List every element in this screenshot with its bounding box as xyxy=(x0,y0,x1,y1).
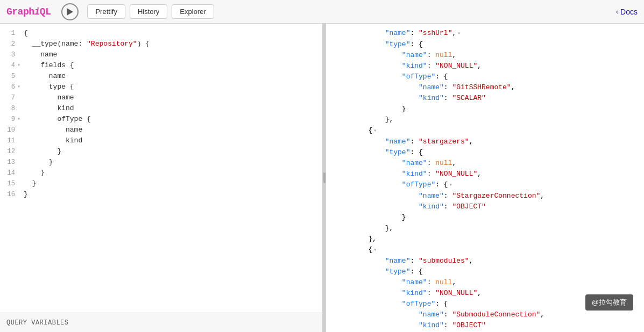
editor-line: 15 } xyxy=(0,178,322,189)
result-fold-icon[interactable]: ▾ xyxy=(373,247,377,253)
line-number: 16 xyxy=(0,189,22,200)
result-line: "name": "stargazers", xyxy=(330,136,644,147)
result-token: "NON_NULL" xyxy=(435,289,477,297)
line-content: } xyxy=(22,157,322,168)
result-token: : xyxy=(444,83,452,91)
result-token: : xyxy=(427,278,436,286)
line-number: 9▾ xyxy=(0,114,22,125)
line-number: 6▾ xyxy=(0,82,22,92)
result-token: "kind" xyxy=(419,321,444,329)
result-token: "sshUrl" xyxy=(419,29,452,37)
indent-space xyxy=(335,311,419,319)
code-token: } xyxy=(24,169,45,177)
line-content: } xyxy=(22,189,322,200)
query-editor[interactable]: 1{2 __type(name: "Repository") {3 name4▾… xyxy=(0,24,322,313)
result-token: "StargazerConnection" xyxy=(452,192,540,200)
code-token: { xyxy=(24,29,28,37)
code-token: fields { xyxy=(24,61,74,69)
result-fold-icon[interactable]: ▾ xyxy=(373,128,377,134)
result-token: , xyxy=(540,311,544,319)
result-fold-icon[interactable]: ▾ xyxy=(457,31,461,37)
line-content: name xyxy=(22,92,322,103)
result-token: , xyxy=(452,278,456,286)
indent-space xyxy=(335,159,402,167)
result-line: {▾ xyxy=(330,244,644,256)
fold-arrow-icon[interactable]: ▾ xyxy=(17,60,20,71)
svg-marker-0 xyxy=(67,8,73,16)
result-line: "kind": "NON_NULL", xyxy=(330,61,644,71)
result-token: "NON_NULL" xyxy=(435,62,477,70)
prettify-button[interactable]: Prettify xyxy=(87,4,125,19)
code-token: "Repository" xyxy=(87,40,137,48)
result-token: , xyxy=(452,29,456,37)
indent-space xyxy=(335,170,402,178)
result-line: "name": null, xyxy=(330,158,644,169)
line-number: 11 xyxy=(0,135,22,146)
result-line: "name": "GitSSHRemote", xyxy=(330,82,644,93)
result-token: "NON_NULL" xyxy=(435,170,477,178)
result-line: }, xyxy=(330,234,644,244)
result-token: "name" xyxy=(385,29,411,37)
line-content: { xyxy=(22,28,322,39)
code-token: name xyxy=(24,72,66,80)
editor-line: 13 } xyxy=(0,157,322,168)
result-token: : { xyxy=(410,268,422,276)
result-line: "name": "submodules", xyxy=(330,256,644,266)
result-token: "kind" xyxy=(419,203,444,211)
indent-space xyxy=(335,29,385,37)
docs-button[interactable]: ‹ Docs xyxy=(616,8,638,16)
result-token: "stargazers" xyxy=(419,138,469,146)
line-content: kind xyxy=(22,135,322,146)
result-token: : xyxy=(427,159,436,167)
editor-line: 5 name xyxy=(0,71,322,82)
explorer-button[interactable]: Explorer xyxy=(172,4,214,19)
result-line: "type": { xyxy=(330,39,644,50)
code-token: name xyxy=(24,93,74,102)
result-token: : xyxy=(427,62,436,70)
result-token: "name" xyxy=(402,278,427,286)
editor-line: 6▾ type { xyxy=(0,82,322,92)
fold-arrow-icon[interactable]: ▾ xyxy=(17,82,20,92)
result-viewer[interactable]: "name": "sshUrl",▾ "type": { "name": nul… xyxy=(326,24,644,332)
result-token: "GitSSHRemote" xyxy=(452,83,511,91)
history-button[interactable]: History xyxy=(130,4,167,19)
result-token: null xyxy=(435,51,452,59)
line-number: 13 xyxy=(0,157,22,168)
result-token: "OBJECT" xyxy=(452,321,485,329)
result-token: "kind" xyxy=(419,94,444,102)
result-token: null xyxy=(435,159,452,167)
result-token: } xyxy=(402,213,406,221)
line-content: ofType { xyxy=(22,114,322,125)
query-variables-bar[interactable]: QUERY VARIABLES xyxy=(0,313,322,332)
code-token: } xyxy=(24,190,28,198)
result-fold-icon[interactable]: ▾ xyxy=(449,182,452,188)
code-token: __type(name: xyxy=(24,40,87,48)
line-number: 12 xyxy=(0,146,22,157)
result-token: , xyxy=(477,62,482,70)
result-token: : xyxy=(444,321,452,329)
result-token: "OBJECT" xyxy=(452,203,485,211)
editor-line: 12 } xyxy=(0,146,322,157)
result-line: "name": "StargazerConnection", xyxy=(330,191,644,201)
result-token: { xyxy=(368,126,372,134)
line-content: name xyxy=(22,71,322,82)
fold-arrow-icon[interactable]: ▾ xyxy=(17,114,20,125)
result-panel: "name": "sshUrl",▾ "type": { "name": nul… xyxy=(326,24,644,332)
result-token: { xyxy=(368,246,372,254)
line-number: 4▾ xyxy=(0,60,22,71)
line-number: 7 xyxy=(0,92,22,103)
result-token: "kind" xyxy=(402,170,427,178)
toolbar: GraphiQL Prettify History Explorer ‹ Doc… xyxy=(0,0,644,24)
line-content: fields { xyxy=(22,60,322,71)
indent-space xyxy=(335,62,402,70)
result-token: "type" xyxy=(385,268,411,276)
indent-space xyxy=(335,105,402,113)
result-token: "type" xyxy=(385,148,411,156)
run-button[interactable] xyxy=(61,3,79,20)
result-line: "ofType": { xyxy=(330,71,644,82)
line-number: 1 xyxy=(0,28,22,39)
result-line: "ofType": {▾ xyxy=(330,179,644,191)
indent-space xyxy=(335,289,402,297)
result-line: } xyxy=(330,104,644,114)
result-token: : xyxy=(444,192,452,200)
